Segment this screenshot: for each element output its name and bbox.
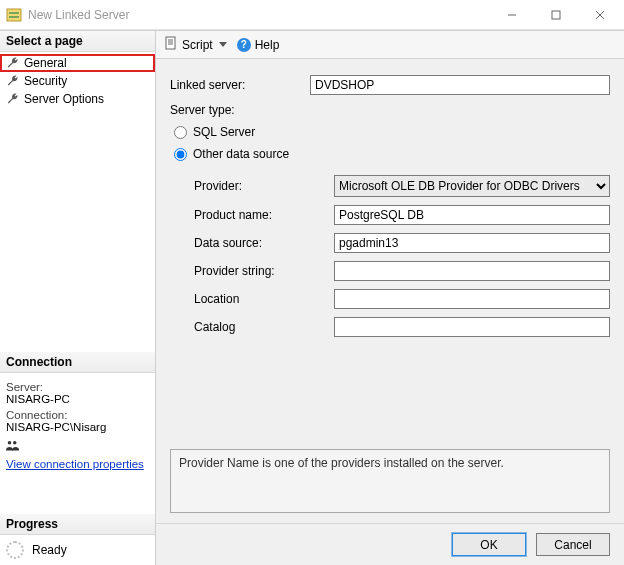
connection-header: Connection <box>0 352 155 373</box>
help-label: Help <box>255 38 280 52</box>
server-label: Server: <box>6 381 149 393</box>
script-icon <box>164 36 178 53</box>
page-server-options[interactable]: Server Options <box>0 90 155 108</box>
app-icon <box>6 7 22 23</box>
toolbar: Script ? Help <box>156 31 624 59</box>
svg-rect-0 <box>7 9 21 21</box>
minimize-button[interactable] <box>490 1 534 29</box>
title-bar: New Linked Server <box>0 0 624 30</box>
cancel-button[interactable]: Cancel <box>536 533 610 556</box>
catalog-label: Catalog <box>194 320 334 334</box>
svg-rect-4 <box>552 11 560 19</box>
progress-spinner-icon <box>6 541 24 559</box>
wrench-icon <box>6 74 20 88</box>
wrench-icon <box>6 56 20 70</box>
server-type-label: Server type: <box>170 103 310 117</box>
close-button[interactable] <box>578 1 622 29</box>
help-button[interactable]: ? Help <box>237 38 280 52</box>
svg-point-8 <box>13 441 17 445</box>
svg-point-7 <box>8 441 12 445</box>
script-label: Script <box>182 38 213 52</box>
right-panel: Script ? Help Linked server: Server type… <box>156 31 624 565</box>
script-button[interactable]: Script <box>164 36 227 53</box>
svg-rect-2 <box>9 16 19 18</box>
ok-button[interactable]: OK <box>452 533 526 556</box>
page-label: Security <box>24 74 67 88</box>
location-label: Location <box>194 292 334 306</box>
help-icon: ? <box>237 38 251 52</box>
select-page-header: Select a page <box>0 31 155 52</box>
provider-label: Provider: <box>194 179 334 193</box>
location-input[interactable] <box>334 289 610 309</box>
page-general[interactable]: General <box>0 54 155 72</box>
server-value: NISARG-PC <box>6 393 149 405</box>
provider-string-input[interactable] <box>334 261 610 281</box>
progress-header: Progress <box>0 514 155 535</box>
maximize-button[interactable] <box>534 1 578 29</box>
view-connection-properties-link[interactable]: View connection properties <box>6 458 144 470</box>
radio-other-label: Other data source <box>193 147 289 161</box>
hint-box: Provider Name is one of the providers in… <box>170 449 610 513</box>
provider-select[interactable]: Microsoft OLE DB Provider for ODBC Drive… <box>334 175 610 197</box>
chevron-down-icon[interactable] <box>219 42 227 47</box>
left-panel: Select a page General Security Server Op… <box>0 31 156 565</box>
radio-other-data-source[interactable] <box>174 148 187 161</box>
provider-string-label: Provider string: <box>194 264 334 278</box>
progress-block: Ready <box>0 535 155 565</box>
svg-rect-1 <box>9 12 19 14</box>
catalog-input[interactable] <box>334 317 610 337</box>
product-name-label: Product name: <box>194 208 334 222</box>
data-source-input[interactable] <box>334 233 610 253</box>
linked-server-label: Linked server: <box>170 78 310 92</box>
linked-server-input[interactable] <box>310 75 610 95</box>
progress-status: Ready <box>32 543 67 557</box>
data-source-label: Data source: <box>194 236 334 250</box>
page-label: Server Options <box>24 92 104 106</box>
connection-label: Connection: <box>6 409 149 421</box>
connection-value: NISARG-PC\Nisarg <box>6 421 149 433</box>
product-name-input[interactable] <box>334 205 610 225</box>
button-bar: OK Cancel <box>156 523 624 565</box>
page-security[interactable]: Security <box>0 72 155 90</box>
form-area: Linked server: Server type: SQL Server O… <box>156 59 624 523</box>
page-label: General <box>24 56 67 70</box>
radio-sql-label: SQL Server <box>193 125 255 139</box>
window-title: New Linked Server <box>28 8 490 22</box>
radio-sql-server[interactable] <box>174 126 187 139</box>
hint-text: Provider Name is one of the providers in… <box>179 456 504 470</box>
page-list: General Security Server Options <box>0 52 155 110</box>
svg-rect-9 <box>166 37 175 49</box>
connection-block: Server: NISARG-PC Connection: NISARG-PC\… <box>0 373 155 478</box>
people-icon <box>6 440 20 452</box>
other-source-block: Provider: Microsoft OLE DB Provider for … <box>194 175 610 345</box>
wrench-icon <box>6 92 20 106</box>
